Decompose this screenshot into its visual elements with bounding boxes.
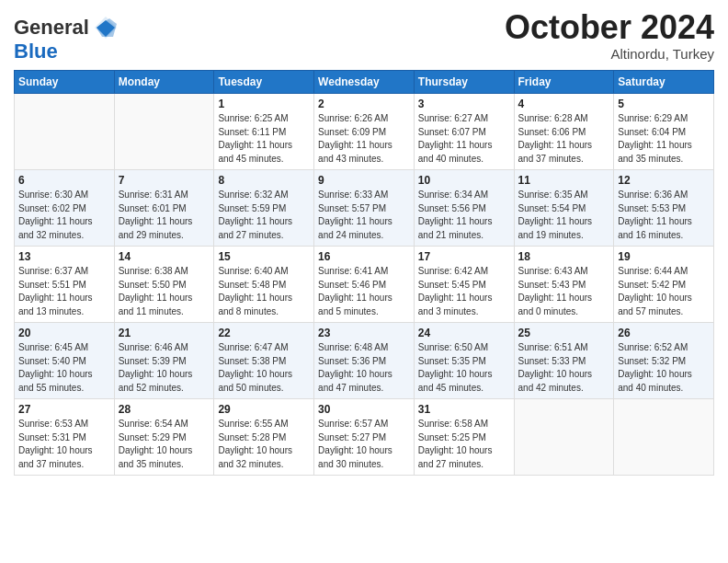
day-number: 15 — [218, 250, 310, 263]
weekday-header-saturday: Saturday — [614, 71, 714, 94]
day-number: 23 — [318, 327, 410, 339]
day-info: Sunrise: 6:52 AM Sunset: 5:32 PM Dayligh… — [618, 341, 710, 395]
day-number: 18 — [518, 250, 610, 263]
weekday-header-tuesday: Tuesday — [214, 71, 314, 94]
day-cell: 19Sunrise: 6:44 AM Sunset: 5:42 PM Dayli… — [614, 247, 714, 323]
day-cell: 22Sunrise: 6:47 AM Sunset: 5:38 PM Dayli… — [214, 323, 314, 399]
logo-general-text: General — [14, 17, 89, 39]
day-info: Sunrise: 6:35 AM Sunset: 5:54 PM Dayligh… — [518, 189, 610, 242]
week-row-2: 6Sunrise: 6:30 AM Sunset: 6:02 PM Daylig… — [15, 170, 714, 247]
header: General Blue October 2024 Altinordu, Tur… — [14, 9, 714, 63]
day-info: Sunrise: 6:30 AM Sunset: 6:02 PM Dayligh… — [18, 189, 110, 242]
day-cell: 4Sunrise: 6:28 AM Sunset: 6:06 PM Daylig… — [514, 94, 614, 170]
week-row-1: 1Sunrise: 6:25 AM Sunset: 6:11 PM Daylig… — [15, 94, 714, 170]
day-number: 14 — [119, 250, 210, 263]
day-cell — [614, 399, 714, 476]
day-info: Sunrise: 6:38 AM Sunset: 5:50 PM Dayligh… — [119, 265, 210, 318]
day-info: Sunrise: 6:41 AM Sunset: 5:46 PM Dayligh… — [318, 265, 410, 318]
day-number: 12 — [618, 174, 710, 187]
day-cell: 18Sunrise: 6:43 AM Sunset: 5:43 PM Dayli… — [514, 247, 614, 323]
day-info: Sunrise: 6:27 AM Sunset: 6:07 PM Dayligh… — [418, 112, 510, 166]
day-number: 11 — [518, 174, 610, 187]
day-info: Sunrise: 6:31 AM Sunset: 6:01 PM Dayligh… — [119, 189, 210, 242]
day-number: 17 — [418, 250, 510, 263]
day-info: Sunrise: 6:42 AM Sunset: 5:45 PM Dayligh… — [418, 265, 510, 318]
weekday-header-sunday: Sunday — [15, 71, 115, 94]
day-info: Sunrise: 6:48 AM Sunset: 5:36 PM Dayligh… — [318, 341, 410, 395]
day-number: 19 — [618, 250, 710, 263]
logo: General Blue — [14, 15, 119, 63]
day-cell: 13Sunrise: 6:37 AM Sunset: 5:51 PM Dayli… — [15, 247, 115, 323]
day-cell: 30Sunrise: 6:57 AM Sunset: 5:27 PM Dayli… — [314, 399, 415, 476]
day-info: Sunrise: 6:58 AM Sunset: 5:25 PM Dayligh… — [418, 418, 510, 471]
day-number: 25 — [518, 327, 610, 339]
day-info: Sunrise: 6:32 AM Sunset: 5:59 PM Dayligh… — [218, 189, 310, 242]
day-number: 30 — [318, 403, 410, 416]
day-cell: 15Sunrise: 6:40 AM Sunset: 5:48 PM Dayli… — [214, 247, 314, 323]
day-cell: 31Sunrise: 6:58 AM Sunset: 5:25 PM Dayli… — [414, 399, 514, 476]
calendar-table: SundayMondayTuesdayWednesdayThursdayFrid… — [14, 70, 714, 476]
day-cell: 27Sunrise: 6:53 AM Sunset: 5:31 PM Dayli… — [15, 399, 115, 476]
day-cell: 28Sunrise: 6:54 AM Sunset: 5:29 PM Dayli… — [114, 399, 214, 476]
day-info: Sunrise: 6:37 AM Sunset: 5:51 PM Dayligh… — [18, 265, 110, 318]
day-number: 20 — [18, 327, 110, 339]
weekday-header-wednesday: Wednesday — [314, 71, 415, 94]
day-cell: 3Sunrise: 6:27 AM Sunset: 6:07 PM Daylig… — [414, 94, 514, 170]
day-info: Sunrise: 6:51 AM Sunset: 5:33 PM Dayligh… — [518, 341, 610, 395]
day-info: Sunrise: 6:55 AM Sunset: 5:28 PM Dayligh… — [218, 418, 310, 471]
day-number: 27 — [18, 403, 110, 416]
day-cell: 5Sunrise: 6:29 AM Sunset: 6:04 PM Daylig… — [614, 94, 714, 170]
day-info: Sunrise: 6:43 AM Sunset: 5:43 PM Dayligh… — [518, 265, 610, 318]
day-cell: 11Sunrise: 6:35 AM Sunset: 5:54 PM Dayli… — [514, 170, 614, 247]
weekday-header-monday: Monday — [114, 71, 214, 94]
day-number: 31 — [418, 403, 510, 416]
title-block: October 2024 Altinordu, Turkey — [505, 9, 714, 62]
day-number: 22 — [218, 327, 310, 339]
weekday-header-thursday: Thursday — [414, 71, 514, 94]
day-cell: 26Sunrise: 6:52 AM Sunset: 5:32 PM Dayli… — [614, 323, 714, 399]
day-number: 2 — [318, 98, 410, 110]
day-cell: 8Sunrise: 6:32 AM Sunset: 5:59 PM Daylig… — [214, 170, 314, 247]
day-number: 6 — [18, 174, 110, 187]
day-info: Sunrise: 6:28 AM Sunset: 6:06 PM Dayligh… — [518, 112, 610, 166]
day-number: 28 — [119, 403, 210, 416]
day-cell: 23Sunrise: 6:48 AM Sunset: 5:36 PM Dayli… — [314, 323, 415, 399]
day-info: Sunrise: 6:40 AM Sunset: 5:48 PM Dayligh… — [218, 265, 310, 318]
day-info: Sunrise: 6:29 AM Sunset: 6:04 PM Dayligh… — [618, 112, 710, 166]
day-cell: 12Sunrise: 6:36 AM Sunset: 5:53 PM Dayli… — [614, 170, 714, 247]
day-cell: 7Sunrise: 6:31 AM Sunset: 6:01 PM Daylig… — [114, 170, 214, 247]
day-cell — [114, 94, 214, 170]
day-number: 21 — [119, 327, 210, 339]
day-cell: 24Sunrise: 6:50 AM Sunset: 5:35 PM Dayli… — [414, 323, 514, 399]
month-title: October 2024 — [505, 9, 714, 46]
logo-blue-text: Blue — [14, 40, 58, 63]
day-cell — [15, 94, 115, 170]
day-info: Sunrise: 6:53 AM Sunset: 5:31 PM Dayligh… — [18, 418, 110, 471]
day-info: Sunrise: 6:25 AM Sunset: 6:11 PM Dayligh… — [218, 112, 310, 166]
day-info: Sunrise: 6:47 AM Sunset: 5:38 PM Dayligh… — [218, 341, 310, 395]
day-info: Sunrise: 6:54 AM Sunset: 5:29 PM Dayligh… — [119, 418, 210, 471]
day-info: Sunrise: 6:50 AM Sunset: 5:35 PM Dayligh… — [418, 341, 510, 395]
day-cell: 20Sunrise: 6:45 AM Sunset: 5:40 PM Dayli… — [15, 323, 115, 399]
day-number: 7 — [119, 174, 210, 187]
day-number: 29 — [218, 403, 310, 416]
day-cell: 17Sunrise: 6:42 AM Sunset: 5:45 PM Dayli… — [414, 247, 514, 323]
day-cell: 16Sunrise: 6:41 AM Sunset: 5:46 PM Dayli… — [314, 247, 415, 323]
day-cell: 21Sunrise: 6:46 AM Sunset: 5:39 PM Dayli… — [114, 323, 214, 399]
day-cell: 25Sunrise: 6:51 AM Sunset: 5:33 PM Dayli… — [514, 323, 614, 399]
day-number: 8 — [218, 174, 310, 187]
day-number: 5 — [618, 98, 710, 110]
day-cell: 29Sunrise: 6:55 AM Sunset: 5:28 PM Dayli… — [214, 399, 314, 476]
week-row-5: 27Sunrise: 6:53 AM Sunset: 5:31 PM Dayli… — [15, 399, 714, 476]
day-cell: 6Sunrise: 6:30 AM Sunset: 6:02 PM Daylig… — [15, 170, 115, 247]
week-row-3: 13Sunrise: 6:37 AM Sunset: 5:51 PM Dayli… — [15, 247, 714, 323]
day-number: 16 — [318, 250, 410, 263]
day-info: Sunrise: 6:34 AM Sunset: 5:56 PM Dayligh… — [418, 189, 510, 242]
day-info: Sunrise: 6:44 AM Sunset: 5:42 PM Dayligh… — [618, 265, 710, 318]
day-number: 13 — [18, 250, 110, 263]
calendar-page: General Blue October 2024 Altinordu, Tur… — [0, 0, 728, 563]
day-info: Sunrise: 6:45 AM Sunset: 5:40 PM Dayligh… — [18, 341, 110, 395]
day-cell: 10Sunrise: 6:34 AM Sunset: 5:56 PM Dayli… — [414, 170, 514, 247]
weekday-header-row: SundayMondayTuesdayWednesdayThursdayFrid… — [15, 71, 714, 94]
day-cell: 14Sunrise: 6:38 AM Sunset: 5:50 PM Dayli… — [114, 247, 214, 323]
